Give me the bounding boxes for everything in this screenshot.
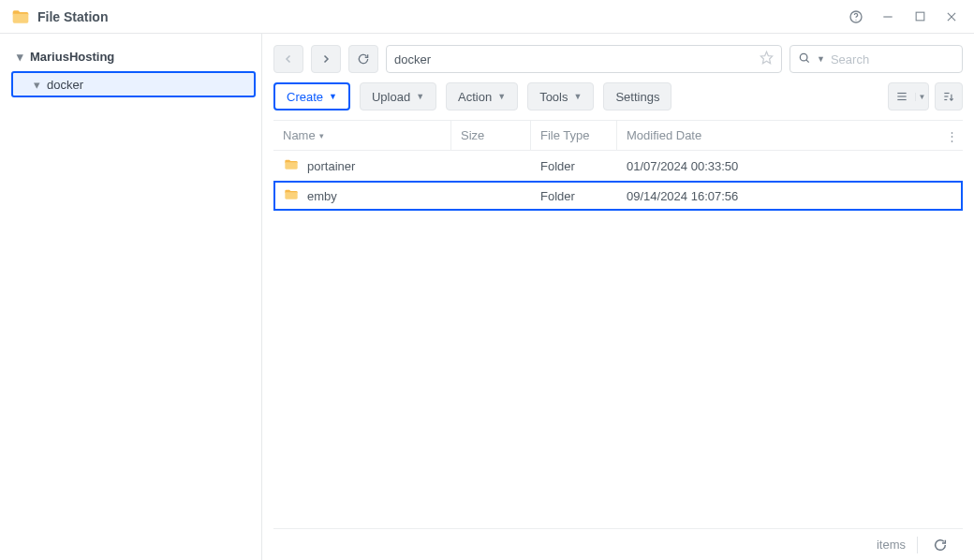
table-header: Name ▾ Size File Type Modified Date ⋮ bbox=[273, 121, 963, 151]
tree-item-label: docker bbox=[47, 78, 83, 92]
action-button[interactable]: Action ▼ bbox=[446, 82, 518, 111]
tree-root-item[interactable]: ▾ MariusHosting bbox=[6, 43, 256, 69]
close-button[interactable] bbox=[940, 6, 963, 28]
maximize-button[interactable] bbox=[908, 6, 931, 28]
folder-icon bbox=[283, 187, 300, 205]
create-button[interactable]: Create ▼ bbox=[273, 82, 350, 111]
file-station-window: File Station ▾ MariusHosting ▾ docker bbox=[0, 0, 974, 560]
path-text: docker bbox=[394, 52, 431, 66]
svg-marker-6 bbox=[760, 52, 773, 64]
list-view-button[interactable]: ▼ bbox=[888, 82, 929, 111]
search-icon bbox=[798, 52, 811, 67]
column-header-type[interactable]: File Type bbox=[531, 121, 617, 150]
file-date: 01/07/2024 00:33:50 bbox=[627, 159, 738, 173]
svg-line-8 bbox=[806, 59, 809, 62]
file-name: emby bbox=[307, 189, 337, 203]
file-type: Folder bbox=[540, 159, 575, 173]
column-options-button[interactable]: ⋮ bbox=[942, 126, 961, 145]
create-label: Create bbox=[287, 90, 323, 104]
titlebar: File Station bbox=[0, 0, 974, 34]
nav-toolbar: docker ▼ bbox=[273, 45, 963, 73]
view-mode-group: ▼ bbox=[888, 82, 963, 111]
file-type: Folder bbox=[540, 189, 575, 203]
file-date: 09/14/2024 16:07:56 bbox=[627, 189, 738, 203]
sort-indicator-icon: ▾ bbox=[319, 131, 324, 140]
status-bar: items bbox=[273, 528, 963, 560]
tree-root-label: MariusHosting bbox=[30, 50, 114, 64]
sort-button[interactable] bbox=[935, 82, 963, 111]
minimize-button[interactable] bbox=[877, 6, 899, 28]
settings-label: Settings bbox=[615, 90, 659, 104]
action-label: Action bbox=[458, 90, 492, 104]
refresh-button[interactable] bbox=[348, 45, 378, 73]
chevron-down-icon: ▼ bbox=[574, 92, 583, 101]
svg-rect-3 bbox=[916, 12, 924, 21]
upload-label: Upload bbox=[372, 90, 410, 104]
star-icon[interactable] bbox=[760, 51, 774, 67]
settings-button[interactable]: Settings bbox=[603, 82, 671, 111]
list-icon bbox=[889, 90, 915, 103]
item-count-label: items bbox=[877, 538, 906, 552]
reload-button[interactable] bbox=[929, 534, 952, 556]
separator bbox=[917, 537, 918, 553]
main-pane: docker ▼ Create ▼ bbox=[262, 34, 974, 560]
path-input[interactable]: docker bbox=[386, 45, 782, 73]
folder-icon bbox=[283, 157, 300, 175]
column-header-name[interactable]: Name ▾ bbox=[273, 121, 451, 150]
window-title: File Station bbox=[37, 9, 108, 24]
svg-point-7 bbox=[800, 53, 807, 61]
chevron-down-icon[interactable]: ▼ bbox=[915, 93, 928, 101]
chevron-down-icon: ▼ bbox=[416, 92, 424, 101]
svg-point-1 bbox=[855, 19, 856, 20]
file-table: Name ▾ Size File Type Modified Date ⋮ bbox=[273, 120, 963, 528]
tools-button[interactable]: Tools ▼ bbox=[527, 82, 594, 111]
tools-label: Tools bbox=[539, 90, 568, 104]
chevron-down-icon[interactable]: ▼ bbox=[817, 54, 825, 64]
back-button[interactable] bbox=[273, 45, 303, 73]
table-row[interactable]: embyFolder09/14/2024 16:07:56 bbox=[273, 181, 963, 211]
tree-item-docker[interactable]: ▾ docker bbox=[11, 71, 256, 97]
app-folder-icon bbox=[11, 7, 30, 26]
search-box[interactable]: ▼ bbox=[790, 45, 963, 73]
table-row[interactable]: portainerFolder01/07/2024 00:33:50 bbox=[273, 151, 963, 181]
forward-button[interactable] bbox=[311, 45, 341, 73]
action-toolbar: Create ▼ Upload ▼ Action ▼ Tools ▼ Setti… bbox=[273, 82, 963, 111]
table-body: portainerFolder01/07/2024 00:33:50embyFo… bbox=[273, 151, 963, 528]
file-name: portainer bbox=[307, 159, 355, 173]
chevron-down-icon: ▼ bbox=[329, 92, 337, 101]
chevron-down-icon: ▼ bbox=[497, 92, 506, 101]
folder-tree: ▾ MariusHosting ▾ docker bbox=[0, 34, 262, 560]
upload-button[interactable]: Upload ▼ bbox=[360, 82, 436, 111]
chevron-down-icon: ▾ bbox=[30, 78, 43, 92]
search-input[interactable] bbox=[831, 52, 974, 66]
column-header-date[interactable]: Modified Date bbox=[617, 121, 963, 150]
help-button[interactable] bbox=[845, 6, 867, 28]
chevron-down-icon: ▾ bbox=[13, 50, 26, 64]
column-header-size[interactable]: Size bbox=[451, 121, 531, 150]
